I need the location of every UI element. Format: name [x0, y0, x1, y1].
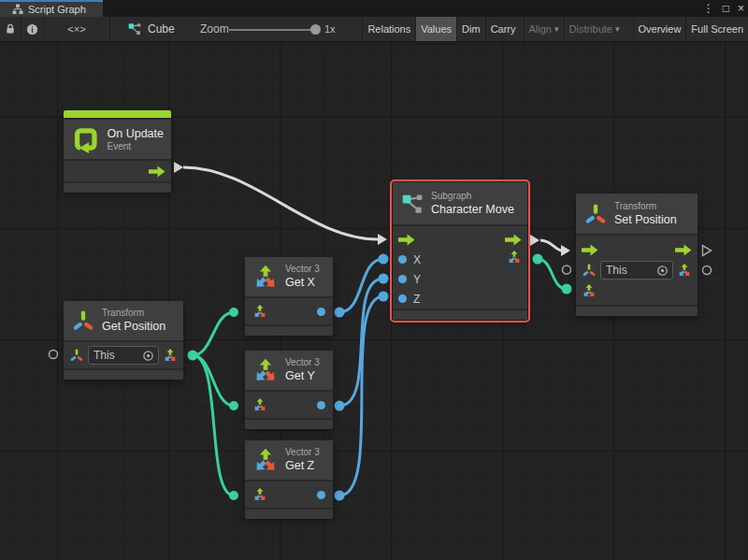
z-input-port[interactable] [398, 294, 407, 303]
chevron-down-icon: ▾ [615, 24, 620, 34]
node-footer [64, 183, 171, 193]
node-title: Character Move [431, 202, 514, 217]
maximize-icon[interactable]: □ [723, 0, 729, 17]
port-label-x: X [413, 253, 421, 266]
lock-button[interactable] [0, 17, 22, 41]
node-title: Get Z [285, 458, 320, 473]
transform-icon [583, 202, 608, 226]
event-accent-strip [64, 110, 171, 118]
node-subtitle: Vector 3 [285, 357, 320, 368]
node-subtitle: Transform [614, 201, 677, 212]
zoom-label: Zoom [200, 17, 229, 41]
distribute-dropdown[interactable]: Distribute ▾ [564, 17, 625, 41]
node-title: Get X [285, 275, 320, 290]
vector3-output-icon[interactable] [507, 250, 522, 265]
window-controls: ⋮ □ × [703, 0, 744, 17]
node-subtitle: Subgraph [431, 191, 514, 202]
flow-out-arrow-icon[interactable] [149, 165, 165, 178]
node-get-y[interactable]: Vector 3 Get Y [245, 351, 333, 429]
title-bar: Script Graph ⋮ □ × [0, 0, 748, 17]
transform-icon [71, 309, 95, 333]
svg-text:i: i [31, 24, 34, 34]
this-field[interactable]: This [88, 346, 159, 365]
vector3-icon [252, 447, 279, 473]
transform-output-icon[interactable] [677, 263, 692, 278]
align-dropdown[interactable]: Align ▾ [524, 17, 564, 41]
this-field[interactable]: This [600, 261, 673, 280]
y-input-port[interactable] [398, 275, 407, 283]
dim-button[interactable]: Dim [456, 17, 485, 41]
graph-breadcrumb-icon [127, 22, 142, 36]
code-icon: <×> [67, 23, 85, 35]
node-get-x[interactable]: Vector 3 Get X [245, 257, 333, 336]
toolbar-right-group: Relations Values Dim Carry Align ▾ Distr… [362, 17, 748, 41]
tab-label: Script Graph [28, 4, 86, 15]
event-loop-icon [71, 124, 101, 154]
fullscreen-button[interactable]: Full Screen [685, 17, 748, 41]
window-menu-icon[interactable]: ⋮ [703, 0, 714, 17]
subgraph-icon [400, 192, 424, 216]
node-get-position[interactable]: Transform Get Position This [64, 301, 183, 380]
node-footer [393, 310, 527, 320]
node-footer [64, 370, 183, 380]
vector3-input-icon[interactable] [252, 304, 267, 319]
node-subtitle: Vector 3 [285, 447, 320, 458]
flow-in-arrow-icon[interactable] [398, 234, 415, 246]
close-icon[interactable]: × [738, 0, 744, 17]
flow-out-arrow-icon[interactable] [505, 234, 522, 246]
vector3-input-icon[interactable] [252, 487, 267, 502]
node-title: Get Position [102, 319, 165, 334]
overview-button[interactable]: Overview [633, 17, 686, 41]
node-set-position[interactable]: Transform Set Position This [576, 194, 698, 316]
node-subtitle: Vector 3 [285, 264, 320, 275]
graph-hierarchy-icon [12, 4, 23, 15]
node-footer [245, 326, 333, 336]
tab-script-graph[interactable]: Script Graph [0, 0, 103, 17]
zoom-value: 1x [324, 17, 336, 41]
lock-icon [5, 23, 16, 35]
breadcrumb[interactable]: Cube [127, 17, 175, 41]
transform-port-icon[interactable] [582, 263, 597, 278]
node-footer [576, 307, 698, 316]
flow-out-arrow-icon[interactable] [675, 244, 692, 256]
vector3-icon [252, 357, 279, 383]
info-icon: i [26, 23, 38, 36]
vector3-position-input-icon[interactable] [582, 283, 597, 298]
float-output-port[interactable] [317, 401, 325, 409]
port-label-z: Z [413, 293, 420, 306]
node-footer [245, 420, 333, 429]
target-picker-icon[interactable] [656, 265, 669, 277]
relations-button[interactable]: Relations [362, 17, 415, 41]
values-button[interactable]: Values [415, 17, 456, 41]
script-graph-window: Script Graph ⋮ □ × i <×> Cube Zoom 1x [0, 0, 748, 560]
node-title: Get Y [285, 368, 320, 383]
node-subtitle: Event [108, 141, 164, 152]
node-on-update[interactable]: On Update Event [64, 110, 171, 193]
zoom-slider-track[interactable] [229, 29, 320, 31]
code-view-button[interactable]: <×> [44, 17, 110, 41]
node-footer [245, 510, 333, 519]
flow-in-arrow-icon[interactable] [582, 244, 598, 256]
info-button[interactable]: i [22, 17, 44, 41]
port-label-y: Y [413, 273, 421, 286]
float-output-port[interactable] [317, 491, 325, 499]
graph-toolbar: i <×> Cube Zoom 1x Relations Values Dim … [0, 17, 748, 42]
carry-button[interactable]: Carry [485, 17, 521, 41]
breadcrumb-label: Cube [148, 22, 175, 36]
target-picker-icon[interactable] [142, 350, 154, 362]
node-subtitle: Transform [102, 308, 165, 319]
vector3-output-icon[interactable] [163, 348, 178, 363]
zoom-slider-handle[interactable] [310, 24, 321, 35]
x-input-port[interactable] [398, 255, 407, 264]
node-character-move[interactable]: Subgraph Character Move X Y Z [393, 182, 527, 320]
node-title: Set Position [614, 212, 677, 227]
node-get-z[interactable]: Vector 3 Get Z [245, 440, 333, 519]
transform-port-icon[interactable] [69, 348, 84, 363]
chevron-down-icon: ▾ [554, 24, 559, 34]
vector3-icon [252, 264, 279, 290]
float-output-port[interactable] [317, 308, 325, 316]
node-title: On Update [108, 126, 164, 141]
vector3-input-icon[interactable] [252, 397, 267, 412]
